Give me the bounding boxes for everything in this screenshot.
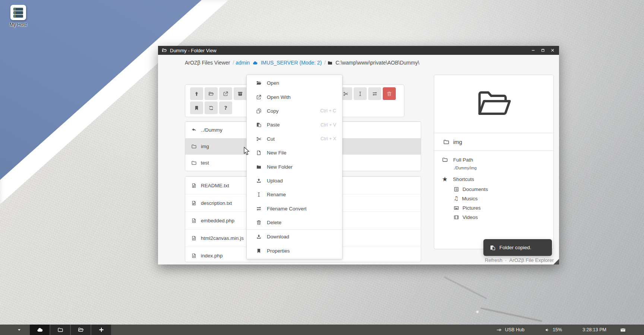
minimize-button[interactable] bbox=[531, 48, 536, 53]
folder-icon bbox=[442, 157, 448, 163]
taskbar-app-file-explorer[interactable] bbox=[71, 325, 91, 335]
help-button[interactable]: ? bbox=[219, 101, 232, 114]
window-titlebar[interactable]: Dummy - Folder View bbox=[158, 46, 559, 55]
preview-name-row: img bbox=[434, 133, 553, 151]
menu-item-filename-convert[interactable]: Filename Convert bbox=[247, 202, 342, 216]
shortcut-item-label: Musics bbox=[462, 196, 477, 201]
filename-convert-button[interactable] bbox=[368, 87, 381, 100]
file-row-label: html2canvas.min.js bbox=[201, 235, 244, 241]
shortcut-videos[interactable]: Videos bbox=[454, 213, 546, 221]
menu-item-shortcut: Ctrl + V bbox=[321, 122, 336, 128]
menu-item-cut[interactable]: Cut Ctrl + X bbox=[247, 132, 342, 146]
menu-item-copy[interactable]: Copy Ctrl + C bbox=[247, 104, 342, 118]
delete-button[interactable] bbox=[383, 87, 396, 100]
shortcut-documents[interactable]: Documents bbox=[454, 185, 546, 193]
refresh-button[interactable] bbox=[205, 101, 218, 114]
menu-item-delete[interactable]: Delete bbox=[247, 216, 342, 229]
documents-icon bbox=[454, 187, 459, 192]
archive-icon bbox=[237, 91, 243, 97]
tray-usb[interactable]: USB Hub bbox=[496, 325, 524, 335]
maximize-icon bbox=[541, 48, 545, 53]
up-arrow-icon bbox=[194, 91, 199, 97]
open-with-button[interactable] bbox=[219, 87, 232, 100]
folder-row-label: ../Dummy bbox=[201, 127, 222, 133]
folder-row-label: img bbox=[201, 144, 209, 149]
resize-handle[interactable] bbox=[553, 259, 559, 264]
tray-clock-label: 3:28:13 PM bbox=[583, 327, 606, 332]
file-row-label: index.php bbox=[201, 253, 223, 259]
cloud-icon bbox=[37, 326, 43, 333]
toolbar-secondary-group: ? bbox=[190, 101, 232, 114]
taskbar: USB Hub 15% 3:28:13 PM bbox=[0, 325, 644, 335]
breadcrumb-separator: / bbox=[233, 60, 234, 66]
bookmark-icon bbox=[194, 105, 199, 111]
breadcrumb-server-link[interactable]: IMUS_SERVER (Mode: 2) bbox=[261, 60, 322, 66]
file-text-icon bbox=[191, 183, 197, 188]
footer-app-label: ArOZβ File Explorer bbox=[509, 257, 554, 263]
menu-item-label: New File bbox=[267, 150, 287, 156]
folder-view-window: Dummy - Folder View ArOZβ Files Viewer /… bbox=[158, 46, 559, 264]
menu-item-open-with[interactable]: Open With bbox=[247, 90, 342, 104]
menu-item-paste[interactable]: Paste Ctrl + V bbox=[247, 118, 342, 132]
menu-item-shortcut: Ctrl + C bbox=[320, 108, 336, 113]
file-code-icon bbox=[191, 218, 197, 223]
preview-details: Full Path ./Dummy/img ★ Shortcuts Docume… bbox=[434, 151, 553, 227]
archive-button[interactable] bbox=[234, 87, 247, 100]
menu-item-label: Delete bbox=[267, 220, 281, 225]
file-code-icon bbox=[191, 253, 197, 259]
ibeam-icon bbox=[357, 91, 363, 97]
menu-item-label: Open bbox=[267, 80, 279, 86]
toolbar-left-group bbox=[190, 87, 247, 100]
refresh-link[interactable]: Refresh bbox=[485, 257, 502, 263]
tray-usb-label: USB Hub bbox=[505, 327, 524, 332]
taskbar-app-cloud[interactable] bbox=[30, 325, 50, 335]
menu-item-download[interactable]: Download bbox=[247, 230, 342, 244]
file-row-label: embedded.php bbox=[201, 218, 234, 223]
usb-icon bbox=[496, 327, 502, 333]
close-button[interactable] bbox=[550, 48, 555, 53]
bookmark-button[interactable] bbox=[190, 101, 203, 114]
shortcut-pictures[interactable]: Pictures bbox=[454, 204, 546, 212]
desktop-icon-my-host[interactable]: My Host bbox=[6, 5, 31, 27]
folder-open-icon bbox=[162, 48, 167, 53]
open-button[interactable] bbox=[205, 87, 218, 100]
taskbar-app-folder[interactable] bbox=[50, 325, 70, 335]
menu-item-upload[interactable]: Upload bbox=[247, 174, 342, 188]
menu-item-properties[interactable]: Properties bbox=[247, 244, 342, 258]
taskbar-app-add[interactable] bbox=[91, 325, 111, 335]
download-icon bbox=[256, 234, 262, 239]
menu-item-label: Open With bbox=[267, 94, 291, 100]
breadcrumb-path: C:\wamp\www\private\AOB\Dummy\ bbox=[335, 60, 419, 66]
shortcuts-label: Shortcuts bbox=[453, 176, 474, 182]
menu-item-rename[interactable]: Rename bbox=[247, 188, 342, 201]
preview-name: img bbox=[453, 139, 462, 145]
menu-item-new-file[interactable]: New File bbox=[247, 146, 342, 160]
tray-clock[interactable]: 3:28:13 PM bbox=[583, 325, 606, 335]
file-row-label: description.txt bbox=[201, 200, 232, 206]
rename-button[interactable] bbox=[354, 87, 367, 100]
ibeam-icon bbox=[256, 192, 262, 197]
preview-hero bbox=[434, 75, 553, 133]
breadcrumb-user-link[interactable]: admin bbox=[236, 60, 250, 66]
paste-icon bbox=[256, 122, 262, 128]
tray-volume[interactable]: 15% bbox=[545, 325, 562, 335]
tray-mail[interactable] bbox=[620, 325, 626, 335]
folder-icon bbox=[443, 139, 449, 145]
menu-item-label: Paste bbox=[267, 122, 280, 128]
menu-item-label: Copy bbox=[267, 108, 279, 114]
shortcut-musics[interactable]: ♫ Musics bbox=[454, 195, 546, 202]
up-button[interactable] bbox=[190, 87, 203, 100]
full-path-row: Full Path bbox=[442, 157, 546, 163]
file-code-icon bbox=[191, 235, 197, 241]
taskbar-apps bbox=[30, 325, 111, 335]
window-title: Dummy - Folder View bbox=[170, 48, 217, 53]
menu-item-label: Download bbox=[267, 234, 289, 239]
menu-item-open[interactable]: Open bbox=[247, 76, 342, 90]
folder-icon bbox=[191, 160, 197, 166]
desktop-icon-label: My Host bbox=[6, 22, 31, 27]
maximize-button[interactable] bbox=[540, 48, 546, 53]
new-file-icon bbox=[256, 150, 262, 156]
menu-item-new-folder[interactable]: New Folder bbox=[247, 160, 342, 173]
folder-filled-icon bbox=[327, 60, 333, 66]
taskbar-chevron-button[interactable] bbox=[13, 325, 25, 335]
